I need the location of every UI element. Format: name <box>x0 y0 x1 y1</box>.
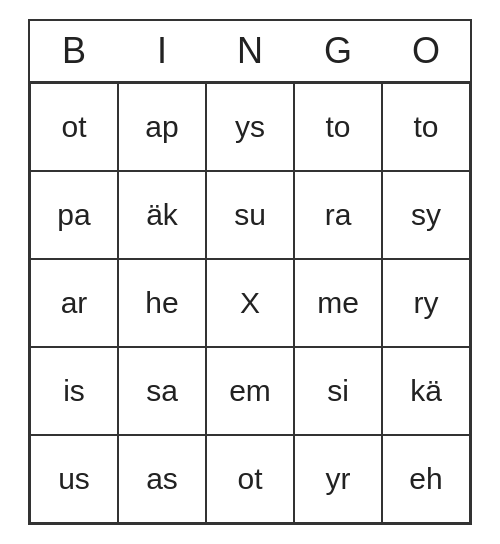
bingo-cell-0-4: to <box>382 83 470 171</box>
bingo-cell-1-2: su <box>206 171 294 259</box>
bingo-cell-1-4: sy <box>382 171 470 259</box>
bingo-header: BINGO <box>30 21 470 81</box>
header-cell-n: N <box>206 21 294 81</box>
bingo-cell-4-3: yr <box>294 435 382 523</box>
bingo-card: BINGO otapystotopaäksurasyarheXmeryissae… <box>28 19 472 525</box>
bingo-cell-3-2: em <box>206 347 294 435</box>
bingo-cell-1-0: pa <box>30 171 118 259</box>
bingo-cell-3-0: is <box>30 347 118 435</box>
bingo-cell-1-1: äk <box>118 171 206 259</box>
header-cell-i: I <box>118 21 206 81</box>
bingo-cell-2-0: ar <box>30 259 118 347</box>
bingo-cell-3-3: si <box>294 347 382 435</box>
bingo-cell-0-0: ot <box>30 83 118 171</box>
bingo-grid: otapystotopaäksurasyarheXmeryissaemsikäu… <box>30 81 470 523</box>
bingo-cell-3-1: sa <box>118 347 206 435</box>
header-cell-g: G <box>294 21 382 81</box>
bingo-cell-3-4: kä <box>382 347 470 435</box>
bingo-cell-4-0: us <box>30 435 118 523</box>
bingo-cell-2-3: me <box>294 259 382 347</box>
bingo-cell-4-4: eh <box>382 435 470 523</box>
bingo-cell-2-2: X <box>206 259 294 347</box>
bingo-cell-0-3: to <box>294 83 382 171</box>
bingo-cell-4-1: as <box>118 435 206 523</box>
header-cell-o: O <box>382 21 470 81</box>
bingo-cell-2-4: ry <box>382 259 470 347</box>
bingo-cell-0-1: ap <box>118 83 206 171</box>
bingo-cell-0-2: ys <box>206 83 294 171</box>
bingo-cell-4-2: ot <box>206 435 294 523</box>
bingo-cell-1-3: ra <box>294 171 382 259</box>
bingo-cell-2-1: he <box>118 259 206 347</box>
header-cell-b: B <box>30 21 118 81</box>
